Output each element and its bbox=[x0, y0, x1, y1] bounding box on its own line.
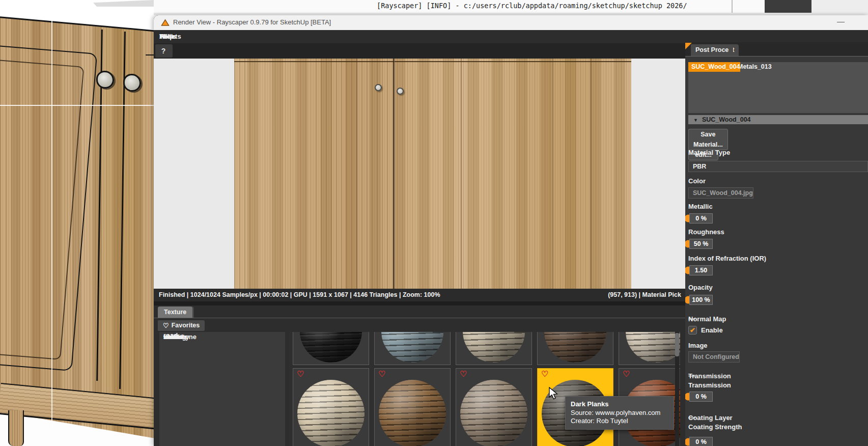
metallic-row: 0 % bbox=[688, 213, 868, 224]
opacity-value[interactable]: 100 % bbox=[689, 295, 713, 305]
cabinet-frame-line bbox=[146, 54, 154, 55]
material-list-item[interactable]: SUC_Wood_004 bbox=[688, 62, 740, 72]
texture-tile[interactable] bbox=[374, 332, 451, 365]
normal-map-section-label: Normal Map bbox=[688, 315, 726, 323]
metallic-label: Metallic bbox=[688, 203, 713, 210]
image-label: Image bbox=[688, 342, 708, 349]
wardrobe-knob bbox=[397, 88, 404, 95]
sketchup-axis-line-horizontal bbox=[0, 105, 154, 106]
transmission-section: Transmission bbox=[688, 372, 868, 379]
texture-tile[interactable] bbox=[456, 332, 532, 365]
material-section-header[interactable]: ▼SUC_Wood_004 bbox=[688, 115, 868, 124]
texture-sphere-preview bbox=[626, 332, 680, 363]
normal-map-image-field[interactable]: Not Configured bbox=[688, 351, 740, 363]
material-type-label: Material Type bbox=[688, 149, 730, 156]
wardrobe-plank-seam bbox=[356, 59, 357, 289]
tooltip-source: Source: wwww.polyhaven.com bbox=[571, 409, 668, 417]
sketchup-axis-line-vertical bbox=[51, 18, 52, 426]
texture-tile[interactable]: ♡ bbox=[293, 368, 369, 446]
rayscaper-logo-icon bbox=[161, 18, 170, 27]
texture-sphere-preview bbox=[463, 332, 525, 363]
wardrobe-top-edge bbox=[234, 61, 631, 62]
roughness-label: Roughness bbox=[688, 228, 724, 236]
save-material-button[interactable]: Save Material... bbox=[688, 129, 728, 150]
console-dark-block bbox=[765, 0, 811, 13]
window-title: Render View - Rayscaper 0.9.79 for Sketc… bbox=[173, 18, 331, 26]
transmission-row: 0 % bbox=[688, 391, 868, 402]
coating-strength-label: Coating Strength bbox=[688, 423, 742, 431]
favorite-heart-icon[interactable]: ♡ bbox=[460, 369, 467, 379]
render-status-bar: Finished | 1024/1024 Samples/px | 00:00:… bbox=[154, 289, 685, 301]
wardrobe-knob bbox=[375, 84, 382, 91]
texture-grid-scrollbar[interactable] bbox=[675, 332, 679, 446]
transmission-section-label: Transmission bbox=[688, 372, 731, 380]
favorite-heart-icon[interactable]: ♡ bbox=[297, 369, 304, 379]
category-item-velvet[interactable]: velvet bbox=[159, 332, 182, 342]
console-right-segment bbox=[811, 0, 868, 13]
asset-tab-texture[interactable]: Texture bbox=[158, 306, 192, 318]
color-texture-field[interactable]: SUC_Wood_004.jpg bbox=[688, 187, 753, 199]
roughness-value[interactable]: 50 % bbox=[689, 239, 713, 249]
material-type-select[interactable]: PBR bbox=[688, 161, 868, 172]
coating-strength-row: 0 % bbox=[688, 436, 868, 446]
cabinet-knob bbox=[96, 71, 114, 89]
menu-help[interactable]: Help bbox=[154, 30, 179, 43]
minimize-button[interactable]: — bbox=[834, 16, 848, 26]
texture-tile[interactable] bbox=[619, 332, 680, 365]
tooltip-creator: Creator: Rob Tuytel bbox=[571, 417, 668, 426]
wardrobe-plank-seam bbox=[591, 59, 592, 289]
mouse-cursor bbox=[548, 387, 559, 400]
texture-sphere-preview bbox=[379, 380, 446, 446]
normal-map-enable-row: ✔ Enable bbox=[688, 325, 723, 334]
color-label: Color bbox=[688, 177, 706, 185]
tab-post-proce[interactable]: Post Proce bbox=[691, 44, 733, 56]
panel-splitter[interactable] bbox=[154, 301, 685, 305]
ior-value[interactable]: 1.50 bbox=[689, 265, 713, 275]
render-viewport[interactable] bbox=[154, 59, 685, 289]
opacity-label: Opacity bbox=[688, 284, 713, 291]
texture-tile[interactable]: ♡ bbox=[374, 368, 451, 446]
help-icon: ? bbox=[161, 47, 166, 55]
material-section-title: SUC_Wood_004 bbox=[702, 116, 751, 123]
opacity-row: 100 % bbox=[688, 294, 868, 305]
settings-panel: CameraEnvironmentMaterialsRenderPost Pro… bbox=[685, 42, 868, 446]
heart-outline-icon: ♡ bbox=[163, 320, 169, 331]
ior-row: 1.50 bbox=[688, 265, 868, 276]
metallic-value[interactable]: 0 % bbox=[689, 213, 713, 224]
filter-favorites[interactable]: ♡Favorites bbox=[158, 320, 205, 331]
texture-sphere-preview bbox=[460, 380, 527, 446]
texture-tile[interactable] bbox=[537, 332, 613, 365]
texture-sphere-preview bbox=[297, 380, 365, 446]
normal-map-image-row: Not Configured bbox=[688, 351, 868, 363]
texture-sphere-preview bbox=[300, 332, 362, 363]
texture-tile[interactable] bbox=[293, 332, 369, 365]
screen: [Rayscaper] [INFO] - c:/users/rclub/appd… bbox=[0, 0, 868, 446]
asset-browser-panel: HDRIMaterialTexture CategoriesTags♡Favor… bbox=[154, 305, 685, 446]
menu-bar: FileToolsAssetsHelp bbox=[154, 30, 868, 43]
cabinet-leg bbox=[8, 410, 24, 446]
panel-corner-marker bbox=[685, 43, 692, 49]
console-log-text: [Rayscaper] [INFO] - c:/users/rclub/appd… bbox=[377, 2, 687, 10]
scrollbar-thumb[interactable] bbox=[675, 333, 679, 356]
favorite-heart-icon[interactable]: ♡ bbox=[541, 369, 548, 379]
window-titlebar[interactable]: Render View - Rayscaper 0.9.79 for Sketc… bbox=[154, 15, 868, 30]
settings-tab-divider bbox=[685, 56, 868, 57]
wardrobe-plank-seam bbox=[461, 59, 462, 289]
sketchup-viewport-background bbox=[0, 0, 154, 446]
console-divider bbox=[732, 0, 733, 13]
texture-tile[interactable]: ♡ bbox=[456, 368, 532, 446]
coating-layer-section: Coating Layer bbox=[688, 414, 868, 421]
favorite-heart-icon[interactable]: ♡ bbox=[378, 369, 385, 379]
help-button[interactable]: ? bbox=[156, 44, 171, 58]
enable-checkbox[interactable]: ✔ bbox=[688, 326, 697, 334]
color-texture-row: SUC_Wood_004.jpg bbox=[688, 187, 868, 199]
normal-map-section: Normal Map bbox=[688, 315, 868, 322]
tab-divider-line bbox=[154, 318, 685, 318]
ior-label: Index of Refraction (IOR) bbox=[688, 255, 766, 262]
transmission-value[interactable]: 0 % bbox=[689, 392, 713, 402]
collapse-triangle-icon: ▼ bbox=[693, 118, 698, 123]
texture-sphere-preview bbox=[381, 332, 443, 363]
favorite-heart-icon[interactable]: ♡ bbox=[623, 369, 630, 379]
texture-tooltip: Dark Planks Source: wwww.polyhaven.com C… bbox=[565, 396, 674, 430]
coating-strength-value[interactable]: 0 % bbox=[689, 437, 713, 446]
